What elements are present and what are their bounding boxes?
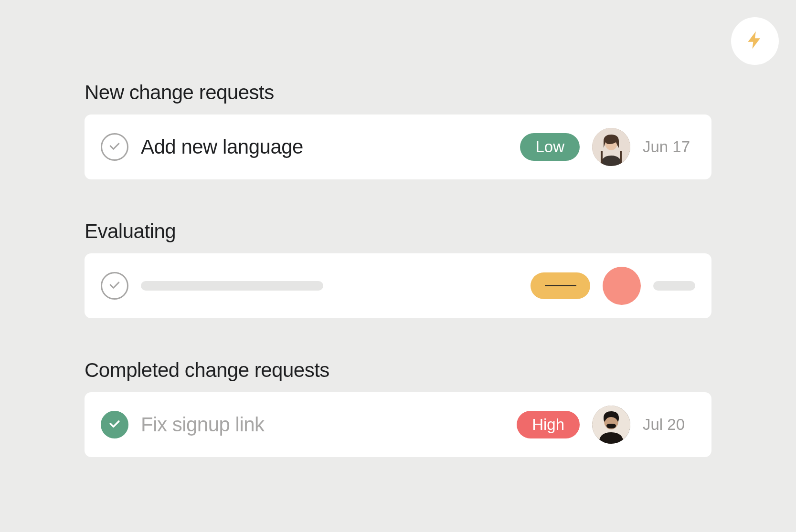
check-icon [107,139,122,155]
task-complete-toggle[interactable] [101,272,128,300]
task-card-placeholder[interactable] [85,253,711,318]
task-card[interactable]: Add new language Low Jun 17 [85,115,711,179]
task-date: Jul 20 [643,416,695,434]
assignee-avatar-placeholder [603,267,641,305]
task-complete-toggle[interactable] [101,133,128,161]
priority-badge-high[interactable]: High [517,411,580,438]
priority-badge-low[interactable]: Low [520,133,580,161]
section-evaluating: Evaluating [85,220,711,318]
task-title: Add new language [141,136,508,158]
assignee-avatar[interactable] [592,406,630,444]
section-new-requests: New change requests Add new language Low [85,81,711,179]
section-title: New change requests [85,81,711,104]
task-title-placeholder [141,281,323,291]
check-icon [107,278,122,294]
section-title: Completed change requests [85,359,711,382]
task-date-placeholder [653,281,695,291]
task-date: Jun 17 [643,138,695,156]
assignee-avatar[interactable] [592,128,630,166]
section-completed: Completed change requests Fix signup lin… [85,359,711,457]
automation-badge[interactable] [731,17,779,65]
task-complete-toggle[interactable] [101,411,128,438]
priority-badge-placeholder [531,272,590,299]
task-title: Fix signup link [141,413,504,436]
task-card[interactable]: Fix signup link High Jul 20 [85,392,711,457]
check-icon [107,417,122,433]
lightning-icon [744,30,765,52]
section-title: Evaluating [85,220,711,243]
